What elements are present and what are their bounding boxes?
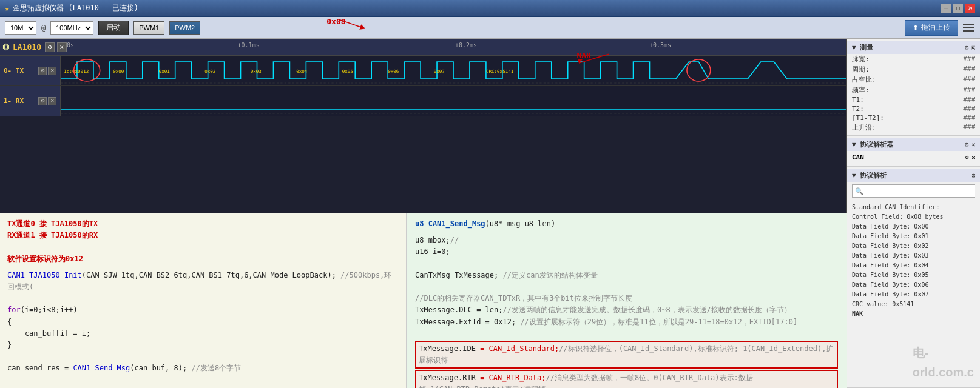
svg-text:CRC:0x5141: CRC:0x5141	[486, 69, 513, 74]
right-sidebar: ▼ 测量 ⚙ ⇱ 脉宽: ### 周期: ### 占空比: ### 频率: ##…	[847, 39, 980, 388]
pwm2-button[interactable]: PWM2	[169, 21, 200, 35]
time-03ms: +0.3ms	[649, 42, 671, 48]
app-icon: ★	[5, 4, 9, 13]
measure-expand-icon[interactable]: ⇱	[971, 44, 975, 52]
la-close-btn[interactable]: ✕	[57, 42, 67, 52]
tx-waveform-svg: Id:0x0012 0x00 0x01 0x02 0x03 0x04 0x05 …	[61, 56, 846, 85]
sample-rate-select[interactable]: 10M 5M 1M	[5, 21, 36, 35]
time-ruler: 0s +0.1ms +0.2ms +0.3ms	[67, 41, 843, 54]
pwm1-button[interactable]: PWM1	[133, 21, 164, 35]
measure-section: ▼ 测量 ⚙ ⇱ 脉宽: ### 周期: ### 占空比: ### 频率: ##…	[847, 39, 980, 136]
protocol-value-row: CAN ⚙ ✕	[847, 151, 980, 164]
protocol-analysis-title: ▼ 协议解析	[852, 171, 887, 180]
analysis-item-nak: NAK	[852, 309, 975, 319]
comment-id: 软件设置标识符为0x12	[7, 253, 399, 265]
rx-waveform-svg	[61, 86, 846, 116]
analysis-item-0: Standard CAN Identifier:	[852, 202, 975, 212]
titlebar: ★ 金思拓虚拟仪器 (LA1010 - 已连接) ─ □ ✕	[0, 0, 980, 17]
la-controls: ⚙ ✕	[45, 42, 67, 52]
svg-text:0x04: 0x04	[296, 69, 308, 74]
measure-settings-icon[interactable]: ⚙	[965, 44, 969, 52]
func-sig: u8 CAN1_Send_Msg	[415, 219, 485, 228]
analysis-list: Standard CAN Identifier: Control Field: …	[847, 200, 980, 321]
tx-channel-name: 0- TX	[4, 67, 24, 75]
upload-icon: ⬆	[913, 24, 919, 32]
window-controls: ─ □ ✕	[941, 4, 975, 13]
right-code-block: u8 mbox;// u16 i=0; CanTxMsg TxMessage; …	[415, 235, 838, 388]
analysis-search-input[interactable]	[852, 184, 975, 198]
rx-settings-btn[interactable]: ⚙	[38, 97, 47, 105]
la-name: LA1010	[13, 42, 41, 52]
analysis-item-2: Data Field Byte: 0x00	[852, 222, 975, 232]
protocol-close-icon[interactable]: ✕	[971, 141, 975, 149]
protocol-analysis-header[interactable]: ▼ 协议解析 ⚙	[847, 169, 980, 182]
analysis-item-3: Data Field Byte: 0x01	[852, 232, 975, 241]
protocol-settings-icon[interactable]: ⚙	[965, 141, 969, 149]
upload-button[interactable]: ⬆ 拖油上传	[905, 20, 958, 36]
rx-close-btn[interactable]: ✕	[48, 97, 56, 105]
analysis-item-7: Data Field Byte: 0x05	[852, 270, 975, 280]
svg-text:Id:0x0012: Id:0x0012	[64, 69, 89, 74]
code-right-panel[interactable]: u8 CAN1_Send_Msg(u8* msg u8 len) u8 mbox…	[407, 213, 847, 388]
at-symbol: @	[41, 24, 46, 32]
comment-tx: TX通道0 接 TJA1050的TX	[7, 218, 399, 230]
close-button[interactable]: ✕	[965, 4, 975, 13]
svg-text:0x06: 0x06	[388, 69, 399, 74]
la-header: ⏣ LA1010 ⚙ ✕ 0s +0.1ms +0.2ms +0.3ms	[0, 39, 846, 56]
highlighted-line-ide: TxMessage.IDE = CAN_Id_Standard;//标识符选择位…	[415, 341, 838, 369]
tx-settings-btn[interactable]: ⚙	[38, 67, 47, 75]
tx-channel-label: 0- TX ⚙ ✕	[0, 56, 61, 85]
time-0: 0s	[67, 42, 74, 48]
svg-text:0x00: 0x00	[113, 69, 124, 74]
analysis-settings-icon[interactable]: ⚙	[971, 172, 975, 179]
protocol-edit-icon[interactable]: ⚙	[965, 154, 969, 161]
protocol-delete-icon[interactable]: ✕	[972, 154, 975, 161]
highlighted-line-rtr: TxMessage.RTR = CAN_RTR_Data;//消息类型为数据帧，…	[415, 370, 838, 388]
code-panels: TX通道0 接 TJA1050的TX RX通道1 接 TJA1050的RX 软件…	[0, 213, 847, 388]
analysis-item-5: Data Field Byte: 0x03	[852, 251, 975, 261]
svg-text:0x05: 0x05	[342, 69, 353, 74]
func-params2: u8	[520, 219, 538, 228]
la-title: ⏣ LA1010 ⚙ ✕	[2, 42, 67, 52]
svg-text:0x01: 0x01	[159, 69, 170, 74]
start-button[interactable]: 启动	[98, 21, 129, 35]
analysis-item-4: Data Field Byte: 0x02	[852, 241, 975, 251]
protocol-analyzer-section: ▼ 协议解析器 ⚙ ✕ CAN ⚙ ✕	[847, 136, 980, 167]
measure-pulse: 脉宽: ###	[847, 54, 980, 64]
rx-channel-data[interactable]	[61, 86, 846, 116]
code-left-panel[interactable]: TX通道0 接 TJA1050的TX RX通道1 接 TJA1050的RX 软件…	[0, 213, 407, 388]
measure-rising: 上升沿: ###	[847, 122, 980, 133]
svg-text:0x02: 0x02	[204, 69, 215, 74]
measure-period: 周期: ###	[847, 64, 980, 75]
la-settings-btn[interactable]: ⚙	[45, 42, 55, 52]
measure-header[interactable]: ▼ 测量 ⚙ ⇱	[847, 41, 980, 54]
svg-line-1	[579, 54, 609, 63]
comment-rx: RX通道1 接 TJA1050的RX	[7, 230, 399, 241]
code-block-left: CAN1_TJA1050_Init(CAN_SJW_1tq,CAN_BS2_6t…	[7, 270, 399, 388]
analysis-item-8: Data Field Byte: 0x06	[852, 280, 975, 290]
rx-channel-row: 1- RX ⚙ ✕	[0, 86, 846, 116]
analysis-item-6: Data Field Byte: 0x04	[852, 261, 975, 270]
rx-channel-name: 1- RX	[4, 97, 24, 105]
rx-channel-label: 1- RX ⚙ ✕	[0, 86, 61, 116]
minimize-button[interactable]: ─	[941, 4, 951, 13]
protocol-analyzer-header[interactable]: ▼ 协议解析器 ⚙ ✕	[847, 138, 980, 151]
freq-select[interactable]: 100MHz 50MHz	[50, 21, 93, 35]
measure-t1t2: [T1-T2]: ###	[847, 113, 980, 122]
analysis-item-1: Control Field: 0x08 bytes	[852, 212, 975, 222]
la-icon: ⏣	[2, 42, 9, 52]
svg-text:0x07: 0x07	[434, 69, 445, 74]
analysis-item-10: CRC value: 0x5141	[852, 299, 975, 309]
maximize-button[interactable]: □	[953, 4, 963, 13]
measure-title: ▼ 测量	[852, 43, 873, 52]
toolbar: 10M 5M 1M @ 100MHz 50MHz 启动 PWM1 PWM2 0x…	[0, 17, 980, 39]
measure-duty: 占空比: ###	[847, 75, 980, 85]
protocol-value: CAN	[852, 153, 864, 161]
time-01ms: +0.1ms	[238, 42, 260, 48]
protocol-analyzer-title: ▼ 协议解析器	[852, 140, 893, 149]
tx-channel-data[interactable]: Id:0x0012 0x00 0x01 0x02 0x03 0x04 0x05 …	[61, 56, 846, 85]
menu-icon[interactable]	[963, 22, 975, 34]
tx-close-btn[interactable]: ✕	[48, 67, 56, 75]
param-len: len	[538, 219, 551, 228]
tx-channel-row: 0- TX ⚙ ✕	[0, 56, 846, 86]
